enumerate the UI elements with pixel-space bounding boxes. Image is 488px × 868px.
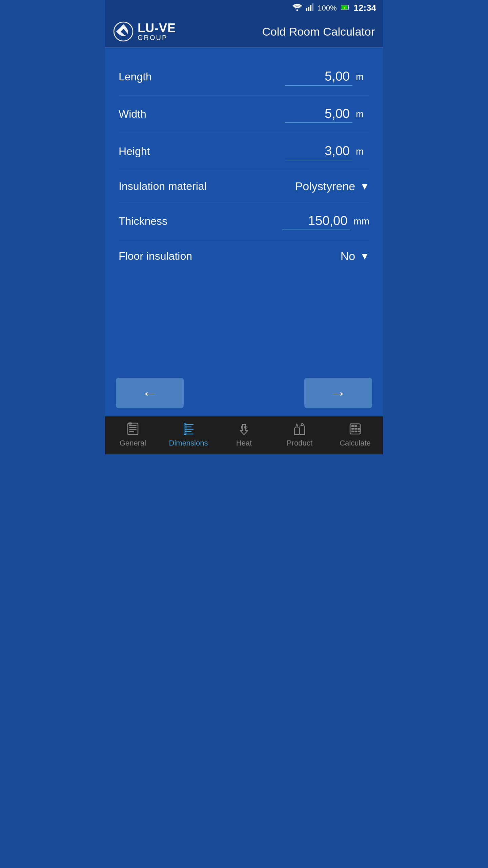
thickness-label: Thickness	[119, 215, 167, 228]
svg-rect-11	[129, 427, 137, 428]
tab-product-label: Product	[287, 439, 312, 448]
insulation-material-value: Polystyrene	[295, 180, 355, 193]
insulation-material-row: Insulation material Polystyrene ▼	[119, 170, 369, 203]
logo-icon	[113, 21, 134, 42]
length-value-container[interactable]: m	[285, 68, 369, 86]
app-title: Cold Room Calculator	[176, 25, 375, 38]
height-row: Height m	[119, 133, 369, 170]
floor-insulation-value: No	[341, 250, 355, 263]
product-icon	[292, 422, 307, 436]
nav-buttons: ← →	[105, 370, 383, 416]
logo: LU-VE GROUP	[113, 21, 176, 42]
svg-rect-2	[308, 7, 309, 11]
svg-text:⚡: ⚡	[343, 6, 346, 9]
length-row: Length m	[119, 58, 369, 96]
time: 12:34	[354, 3, 377, 13]
thickness-value-container[interactable]: mm	[282, 212, 369, 230]
width-label: Width	[119, 108, 146, 120]
svg-rect-32	[351, 431, 354, 432]
tab-general[interactable]: General	[111, 422, 155, 448]
svg-rect-4	[312, 3, 313, 11]
tab-heat-label: Heat	[236, 439, 252, 448]
battery-icon: ⚡	[341, 4, 350, 13]
svg-rect-26	[351, 425, 354, 427]
general-icon	[126, 422, 140, 436]
svg-rect-31	[358, 428, 360, 430]
height-value-container[interactable]: m	[285, 142, 369, 160]
length-label: Length	[119, 71, 152, 83]
svg-rect-14	[128, 422, 132, 425]
thickness-row: Thickness mm	[119, 203, 369, 240]
back-arrow-icon: ←	[142, 384, 158, 402]
floor-insulation-row: Floor insulation No ▼	[119, 240, 369, 272]
floor-insulation-select[interactable]: No ▼	[341, 250, 369, 263]
svg-point-0	[297, 9, 298, 11]
height-label: Height	[119, 145, 150, 158]
tab-product[interactable]: Product	[278, 422, 322, 448]
battery-percentage: 100%	[318, 4, 337, 13]
app-header: LU-VE GROUP Cold Room Calculator	[105, 16, 383, 47]
height-unit: m	[356, 146, 369, 157]
wifi-icon	[292, 3, 302, 13]
dimensions-icon	[181, 422, 196, 436]
svg-rect-1	[306, 8, 307, 11]
width-unit: m	[356, 109, 369, 120]
svg-rect-10	[129, 425, 137, 426]
tab-bar: General Dimensions Heat Product	[105, 416, 383, 454]
tab-calculate[interactable]: Calculate	[333, 422, 377, 448]
heat-icon	[237, 422, 251, 436]
width-input[interactable]	[285, 105, 352, 123]
svg-rect-22	[294, 428, 299, 435]
svg-rect-3	[310, 5, 311, 11]
height-input[interactable]	[285, 142, 352, 160]
length-input[interactable]	[285, 68, 352, 86]
width-row: Width m	[119, 96, 369, 133]
svg-rect-33	[354, 431, 357, 432]
svg-rect-9	[128, 423, 138, 435]
status-bar: 100% ⚡ 12:34	[105, 0, 383, 16]
tab-calculate-label: Calculate	[340, 439, 371, 448]
signal-icon	[306, 3, 313, 13]
forward-arrow-icon: →	[330, 384, 346, 402]
svg-rect-30	[354, 428, 357, 430]
svg-point-24	[301, 423, 303, 426]
back-button[interactable]: ←	[116, 378, 184, 408]
svg-rect-13	[129, 431, 134, 432]
tab-dimensions-label: Dimensions	[169, 439, 208, 448]
svg-rect-23	[300, 426, 305, 435]
tab-general-label: General	[120, 439, 146, 448]
svg-rect-29	[351, 428, 354, 430]
width-value-container[interactable]: m	[285, 105, 369, 123]
logo-text: LU-VE GROUP	[138, 22, 176, 41]
tab-heat[interactable]: Heat	[222, 422, 266, 448]
insulation-material-dropdown-icon: ▼	[360, 181, 369, 192]
svg-rect-27	[354, 425, 357, 427]
length-unit: m	[356, 72, 369, 82]
main-content: Length m Width m Height m Insulation mat…	[105, 47, 383, 370]
thickness-unit: mm	[353, 216, 369, 227]
thickness-input[interactable]	[282, 212, 350, 230]
insulation-material-select[interactable]: Polystyrene ▼	[295, 180, 369, 193]
svg-rect-12	[129, 429, 137, 430]
forward-button[interactable]: →	[304, 378, 372, 408]
svg-rect-34	[358, 431, 360, 432]
tab-dimensions[interactable]: Dimensions	[166, 422, 210, 448]
calculate-icon	[348, 422, 362, 436]
floor-insulation-dropdown-icon: ▼	[360, 251, 369, 262]
floor-insulation-label: Floor insulation	[119, 250, 192, 262]
insulation-material-label: Insulation material	[119, 180, 207, 193]
